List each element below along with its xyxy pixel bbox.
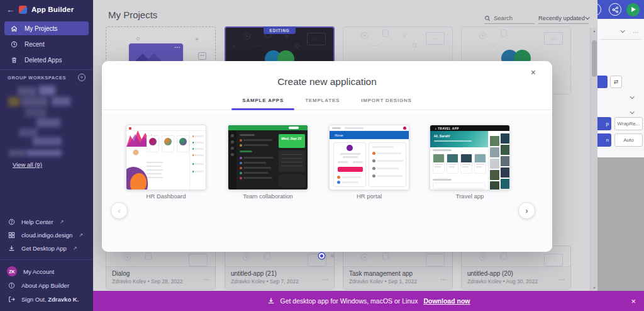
- grid-icon: [8, 232, 15, 239]
- banner-close-icon[interactable]: ×: [631, 297, 636, 306]
- modal-title: Create new application: [102, 76, 552, 88]
- mini-date-card: Wed, Sep 22: [279, 134, 305, 148]
- app-builder-window: ← App Builder My Projects Recent Deleted…: [0, 0, 644, 311]
- add-workspace-icon[interactable]: +: [78, 74, 86, 81]
- indigo-design-link[interactable]: cloud.indigo.design ↗: [0, 229, 93, 242]
- mini-greeting: Hi, Sarah!: [434, 134, 450, 138]
- mini-brand-text: ‹ TRAVEL APP: [435, 127, 459, 130]
- app-builder-logo-icon: [19, 6, 27, 14]
- editor-edge-panel: … ⇄ p WrapRe... n Auto: [597, 0, 644, 291]
- share-button[interactable]: [609, 3, 621, 16]
- sidebar-item-recent[interactable]: Recent: [4, 37, 89, 51]
- view-all-workspaces-link[interactable]: View all (9): [13, 161, 42, 168]
- mini-travel-brand: ‹ TRAVEL APP: [430, 125, 509, 131]
- banner-text: Get desktop app for Windows, macOS or Li…: [280, 297, 418, 305]
- carousel-pagination: [102, 254, 552, 257]
- link-label: cloud.indigo.design: [21, 232, 72, 239]
- sign-out-icon: [8, 296, 15, 303]
- about-app-builder-item[interactable]: About App Builder: [0, 278, 93, 292]
- home-icon: [11, 25, 18, 32]
- sample-name: Team collaboration: [228, 193, 308, 200]
- sample-hr-dashboard[interactable]: [126, 125, 206, 190]
- modal-tabs: SAMPLE APPS TEMPLATES IMPORT DESIGNS: [102, 98, 552, 110]
- selected-option-button[interactable]: p: [597, 117, 611, 130]
- sidebar-item-my-projects[interactable]: My Projects: [4, 21, 89, 35]
- run-button[interactable]: [626, 3, 640, 16]
- sign-out-prefix: Sign Out,: [21, 296, 47, 303]
- chevron-down-icon[interactable]: [630, 94, 635, 99]
- mini-home-text: Home: [335, 133, 343, 137]
- selected-option-button[interactable]: n: [597, 133, 611, 147]
- share-icon: [612, 6, 619, 13]
- toggle-option-button[interactable]: ⇄: [610, 76, 622, 88]
- download-icon: [267, 297, 275, 305]
- back-arrow-icon[interactable]: ←: [6, 5, 14, 14]
- about-label: About App Builder: [21, 282, 69, 289]
- chevron-down-icon[interactable]: [630, 110, 635, 114]
- question-icon: [8, 218, 15, 225]
- panel-menu-button[interactable]: …: [633, 28, 639, 34]
- sidebar-divider: [0, 259, 93, 260]
- selected-option-button[interactable]: [597, 76, 608, 88]
- trash-icon: [11, 57, 18, 64]
- my-account-item[interactable]: ZK My Account: [0, 264, 93, 278]
- sidebar-account: ZK My Account About App Builder Sign Out…: [0, 264, 93, 306]
- sample-name: HR portal: [329, 193, 409, 200]
- thumbnail-art: [126, 125, 206, 189]
- pagination-dot-active[interactable]: [320, 254, 323, 257]
- workspace-list-redacted: [0, 84, 93, 155]
- clock-icon: [11, 41, 18, 48]
- chevron-down-icon[interactable]: [621, 28, 625, 33]
- properties-panel: … ⇄ p WrapRe... n Auto: [597, 19, 644, 157]
- download-icon: [8, 245, 15, 252]
- desktop-app-banner: Get desktop app for Windows, macOS or Li…: [93, 291, 644, 311]
- tabs-divider: [102, 110, 552, 110]
- sample-name: Travel app: [430, 193, 510, 200]
- app-title: App Builder: [31, 6, 74, 13]
- download-now-link[interactable]: Download now: [423, 297, 470, 305]
- tab-sample-apps[interactable]: SAMPLE APPS: [231, 98, 294, 110]
- sample-hr-portal[interactable]: Home: [329, 125, 409, 190]
- tab-templates[interactable]: TEMPLATES: [294, 98, 350, 110]
- get-desktop-app-link[interactable]: Get Desktop App ↗: [0, 242, 93, 255]
- sidebar: ← App Builder My Projects Recent Deleted…: [0, 0, 93, 311]
- mini-home-banner: Home: [330, 131, 409, 139]
- wrap-reverse-button[interactable]: WrapRe...: [614, 117, 643, 130]
- sign-out-item[interactable]: Sign Out, Zdravko K.: [0, 292, 93, 306]
- sample-team-collaboration[interactable]: Wed, Sep 22: [228, 125, 308, 190]
- link-label: Get Desktop App: [21, 245, 67, 252]
- sidebar-links: Help Center ↗ cloud.indigo.design ↗ Get …: [0, 215, 93, 255]
- sidebar-item-label: Deleted Apps: [25, 57, 62, 64]
- mini-date-text: Wed, Sep 22: [281, 137, 305, 140]
- info-icon: [8, 282, 15, 289]
- modal-body: Wed, Sep 22 Home: [102, 113, 552, 252]
- sidebar-item-label: Recent: [25, 41, 45, 48]
- sample-name: HR Dashboard: [126, 193, 206, 200]
- sidebar-item-deleted-apps[interactable]: Deleted Apps: [4, 53, 89, 67]
- help-center-link[interactable]: Help Center ↗: [0, 215, 93, 229]
- auto-button[interactable]: Auto: [614, 133, 643, 147]
- sidebar-divider: [0, 69, 93, 70]
- sidebar-nav: My Projects Recent Deleted Apps: [0, 21, 93, 67]
- close-icon[interactable]: ×: [531, 67, 536, 77]
- sidebar-item-label: My Projects: [25, 25, 57, 32]
- avatar: ZK: [7, 266, 17, 276]
- group-workspaces-header: GROUP WORKSPACES +: [0, 74, 93, 81]
- thumbnail-art: Home: [330, 125, 409, 189]
- carousel-next-button[interactable]: ›: [518, 202, 535, 219]
- play-icon: [631, 7, 636, 12]
- external-link-icon: ↗: [79, 232, 83, 238]
- pagination-dot[interactable]: [331, 254, 334, 257]
- tab-import-designs[interactable]: IMPORT DESIGNS: [350, 98, 423, 110]
- create-application-modal: × Create new application SAMPLE APPS TEM…: [102, 61, 552, 252]
- group-workspaces-label: GROUP WORKSPACES: [8, 75, 66, 81]
- thumbnail-art: ‹ TRAVEL APP Hi, Sarah!: [430, 125, 509, 189]
- sample-travel-app[interactable]: ‹ TRAVEL APP Hi, Sarah!: [430, 125, 510, 190]
- thumbnail-art: Wed, Sep 22: [228, 125, 308, 189]
- external-link-icon: ↗: [73, 246, 77, 251]
- my-account-label: My Account: [23, 268, 54, 275]
- panel-header-row: …: [597, 28, 639, 34]
- sidebar-header: ← App Builder: [0, 0, 93, 19]
- carousel-prev-button[interactable]: ‹: [111, 202, 128, 219]
- link-label: Help Center: [21, 218, 53, 225]
